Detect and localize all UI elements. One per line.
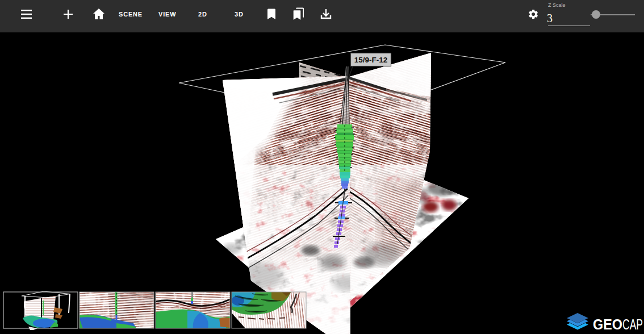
svg-text:CAP: CAP [622, 316, 643, 333]
svg-text:GEO: GEO [593, 316, 622, 333]
svg-text:15/9-F-12: 15/9-F-12 [354, 56, 388, 64]
